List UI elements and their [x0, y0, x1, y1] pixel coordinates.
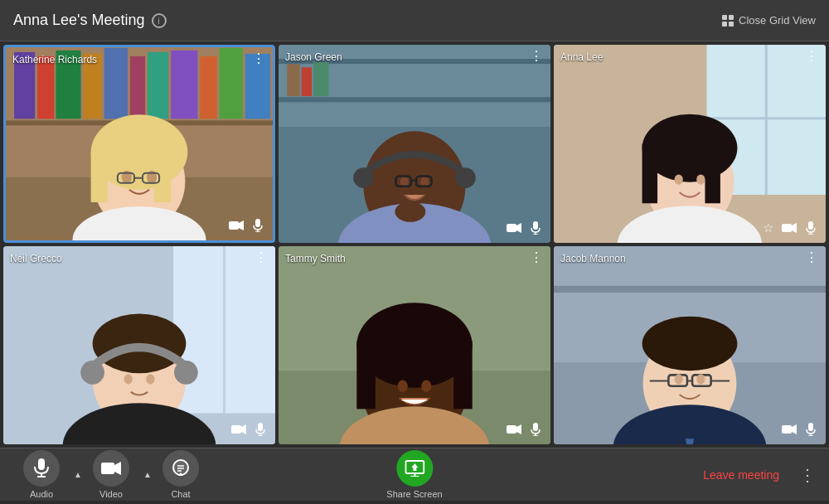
video-cell-jason[interactable]: Jason Green ⋮ [279, 45, 550, 243]
video-bg-katherine [6, 47, 273, 240]
close-grid-label: Close Grid View [739, 14, 816, 27]
svg-rect-8 [148, 52, 168, 119]
svg-rect-34 [302, 67, 312, 96]
video-indicators-jason [506, 220, 544, 236]
svg-rect-110 [782, 425, 792, 434]
header: Anna Lee's Meeting i Close Grid View [0, 0, 829, 41]
toolbar-more-options[interactable]: ⋮ [799, 465, 816, 485]
svg-rect-7 [130, 56, 145, 119]
svg-rect-32 [279, 97, 550, 102]
svg-rect-26 [255, 219, 260, 227]
participant-name-jason: Jason Green [285, 51, 342, 63]
video-chevron[interactable]: ▲ [139, 457, 156, 493]
video-indicators-jacob [781, 421, 819, 438]
close-grid-view-button[interactable]: Close Grid View [722, 14, 816, 27]
camera-icon-tammy [506, 421, 522, 438]
svg-point-74 [124, 374, 133, 384]
star-icon-anna[interactable]: ☆ [759, 220, 776, 236]
more-options-tammy[interactable]: ⋮ [530, 251, 544, 264]
svg-point-107 [696, 374, 705, 384]
svg-marker-47 [516, 223, 521, 233]
svg-rect-33 [287, 64, 299, 96]
svg-rect-16 [91, 153, 108, 202]
meeting-title-area: Anna Lee's Meeting i [13, 12, 167, 29]
svg-rect-3 [37, 56, 54, 119]
video-button[interactable]: Video [86, 447, 136, 502]
svg-marker-25 [239, 220, 244, 230]
video-cell-tammy[interactable]: Tammy Smith ⋮ [279, 246, 550, 444]
audio-chevron[interactable]: ▲ [70, 457, 86, 493]
meeting-title: Anna Lee's Meeting [13, 12, 145, 29]
share-screen-label: Share Screen [386, 489, 442, 499]
svg-rect-79 [258, 423, 263, 431]
grid-icon [722, 15, 734, 27]
camera-icon-neil [230, 421, 247, 438]
svg-point-73 [174, 361, 198, 385]
svg-rect-58 [705, 144, 720, 204]
video-grid: Katherine Richards ⋮ [0, 41, 829, 448]
svg-rect-91 [507, 425, 516, 434]
audio-label: Audio [30, 489, 53, 499]
participant-name-anna: Anna Lee [560, 51, 603, 63]
leave-meeting-button[interactable]: Leave meeting [703, 468, 779, 482]
chat-icon-circle [162, 450, 199, 487]
video-bg-jacob [554, 246, 826, 444]
mic-icon-anna [802, 220, 819, 236]
info-icon[interactable]: i [152, 13, 167, 28]
share-screen-button[interactable]: Share Screen [386, 450, 442, 499]
video-label: Video [99, 489, 123, 499]
more-options-jacob[interactable]: ⋮ [805, 251, 819, 264]
svg-rect-11 [220, 48, 243, 119]
more-options-anna[interactable]: ⋮ [805, 50, 819, 63]
video-cell-jacob[interactable]: Jacob Mannon ⋮ [554, 246, 826, 444]
svg-rect-48 [533, 221, 538, 230]
mic-icon-jason [527, 220, 544, 236]
svg-rect-86 [356, 341, 376, 409]
svg-point-59 [675, 174, 683, 184]
svg-point-89 [421, 380, 431, 392]
participant-name-tammy: Tammy Smith [285, 253, 346, 264]
toolbar: Audio ▲ Video ▲ [0, 448, 829, 501]
svg-marker-63 [792, 223, 797, 233]
mic-icon-jacob [802, 421, 819, 438]
more-options-jason[interactable]: ⋮ [530, 50, 544, 63]
camera-icon-jason [506, 220, 522, 236]
svg-point-38 [455, 167, 476, 188]
svg-rect-112 [808, 423, 813, 431]
mic-icon-tammy [527, 421, 544, 438]
svg-rect-77 [231, 425, 241, 434]
video-cell-katherine[interactable]: Katherine Richards ⋮ [3, 45, 275, 243]
mic-icon-neil [252, 421, 269, 438]
video-cell-neil[interactable]: Neil Grecco ⋮ [3, 246, 275, 444]
svg-point-88 [398, 380, 408, 392]
svg-point-45 [395, 201, 425, 222]
svg-marker-111 [792, 424, 797, 434]
camera-icon-katherine [228, 217, 245, 234]
audio-control-group: Audio ▲ [17, 447, 86, 502]
video-indicators-tammy [506, 421, 544, 438]
svg-marker-129 [411, 463, 418, 471]
svg-point-37 [353, 167, 374, 188]
more-options-neil[interactable]: ⋮ [255, 251, 269, 264]
audio-button[interactable]: Audio [17, 447, 66, 502]
svg-rect-62 [782, 224, 792, 232]
svg-rect-87 [453, 341, 473, 409]
video-bg-tammy [279, 246, 550, 444]
video-icon-circle [93, 450, 129, 487]
svg-rect-6 [104, 48, 128, 119]
svg-rect-93 [533, 423, 538, 431]
svg-rect-64 [808, 221, 813, 230]
chat-button[interactable]: Chat [156, 447, 206, 502]
svg-point-100 [642, 317, 738, 371]
video-control-group: Video ▲ [86, 447, 156, 502]
video-bg-jason [279, 45, 550, 243]
audio-icon-circle [23, 450, 60, 487]
video-cell-anna[interactable]: Anna Lee ⋮ ☆ [554, 45, 826, 243]
video-indicators-anna: ☆ [759, 220, 819, 236]
svg-point-60 [696, 174, 705, 184]
svg-point-72 [80, 361, 104, 385]
svg-rect-46 [507, 224, 516, 232]
svg-rect-57 [642, 144, 657, 204]
mic-icon-katherine [250, 217, 266, 234]
more-options-katherine[interactable]: ⋮ [252, 52, 266, 65]
